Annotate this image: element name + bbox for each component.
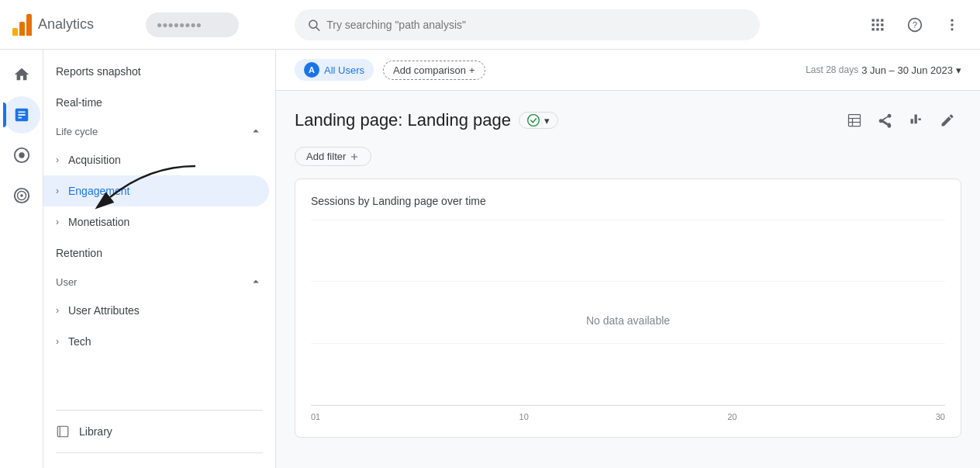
svg-rect-5: [872, 23, 875, 26]
compare-data-button[interactable]: [902, 106, 930, 134]
sidebar-user-attributes[interactable]: › User Attributes: [43, 295, 275, 326]
realtime-label: Real-time: [56, 96, 102, 109]
tech-chevron: ›: [56, 336, 59, 347]
rail-item-advertising[interactable]: [3, 177, 40, 214]
table-icon: [847, 113, 862, 128]
main-layout: Reports snapshot Real-time Life cycle › …: [0, 50, 980, 468]
sidebar-engagement[interactable]: › Engagement: [43, 175, 269, 206]
sidebar-retention[interactable]: Retention: [43, 237, 275, 269]
content-area: A All Users Add comparison + Last 28 day…: [276, 50, 980, 468]
tech-label: Tech: [68, 335, 91, 348]
rail-item-home[interactable]: [3, 56, 40, 93]
x-axis-label-3: 20: [727, 412, 737, 421]
rail-item-explore[interactable]: [3, 137, 40, 174]
svg-rect-3: [876, 19, 878, 21]
library-label: Library: [79, 425, 112, 438]
retention-label: Retention: [56, 247, 102, 259]
compare-icon: [909, 113, 924, 128]
add-comparison-button[interactable]: Add comparison +: [383, 61, 485, 80]
report-status-badge[interactable]: ▾: [519, 112, 558, 129]
more-button[interactable]: [937, 9, 968, 40]
svg-rect-10: [881, 28, 883, 30]
green-check-icon: [527, 114, 540, 127]
chart-line-4: [311, 404, 945, 405]
sidebar-monetisation[interactable]: › Monetisation: [43, 206, 275, 237]
logo-area: Analytics: [12, 14, 136, 36]
report-title-row: Landing page: Landing page ▾: [295, 106, 961, 134]
chart-line-1: [311, 220, 945, 220]
sidebar-tech[interactable]: › Tech: [43, 326, 275, 357]
svg-rect-24: [849, 115, 861, 127]
svg-rect-22: [57, 426, 68, 437]
svg-text:?: ?: [913, 19, 918, 29]
user-attributes-chevron: ›: [56, 305, 59, 316]
explore-icon: [13, 147, 30, 164]
logo-bar-2: [19, 22, 25, 36]
logo-bar-1: [12, 28, 18, 36]
date-range-label-text: Last 28 days: [806, 64, 858, 75]
x-axis-label-2: 10: [519, 412, 529, 421]
table-view-button[interactable]: [840, 106, 868, 134]
lifecycle-section-header[interactable]: Life cycle: [43, 118, 275, 144]
user-section-header[interactable]: User: [43, 269, 275, 295]
sidebar-acquisition[interactable]: › Acquisition: [43, 144, 275, 175]
acquisition-label: Acquisition: [68, 154, 121, 166]
sidebar-reports-snapshot[interactable]: Reports snapshot: [43, 56, 275, 87]
svg-rect-2: [872, 19, 875, 21]
badge-dropdown-icon: ▾: [544, 115, 550, 127]
report-actions: [840, 106, 961, 134]
x-axis-label-4: 30: [936, 412, 945, 421]
app-name: Analytics: [38, 16, 94, 33]
add-filter-icon: [349, 151, 360, 162]
topbar-actions: ?: [862, 9, 968, 40]
report-title-text: Landing page: Landing page: [295, 110, 511, 130]
edit-button[interactable]: [933, 106, 961, 134]
svg-rect-6: [876, 23, 878, 26]
share-button[interactable]: [871, 106, 899, 134]
svg-point-20: [20, 194, 23, 197]
chart-x-axis: 01 10 20 30: [311, 406, 945, 421]
advertising-icon: [13, 187, 30, 204]
account-pill[interactable]: ●●●●●●●●: [146, 12, 239, 37]
compare-plus-icon: +: [469, 64, 475, 76]
edit-icon: [940, 113, 955, 128]
user-section-collapse-icon: [249, 275, 263, 289]
add-filter-label: Add filter: [306, 151, 346, 162]
no-data-label: No data available: [586, 314, 670, 327]
icon-rail: [0, 50, 43, 468]
all-users-pill[interactable]: A All Users: [295, 59, 374, 81]
svg-point-23: [528, 115, 540, 127]
topbar: Analytics ●●●●●●●● ?: [0, 0, 980, 50]
all-users-label: All Users: [324, 64, 364, 76]
svg-line-1: [316, 27, 319, 30]
help-button[interactable]: ?: [899, 9, 930, 40]
sidebar-library[interactable]: Library: [43, 417, 275, 446]
rail-item-reports[interactable]: [3, 96, 40, 133]
add-filter-button[interactable]: Add filter: [295, 147, 371, 166]
user-avatar: A: [304, 62, 319, 78]
svg-point-17: [19, 152, 24, 158]
lifecycle-collapse-icon: [249, 124, 263, 138]
content-header: A All Users Add comparison + Last 28 day…: [276, 50, 980, 91]
grid-button[interactable]: [862, 9, 893, 40]
sidebar-realtime[interactable]: Real-time: [43, 87, 275, 118]
home-icon: [13, 66, 30, 83]
date-range-value: 3 Jun – 30 Jun 2023: [861, 64, 953, 76]
date-range[interactable]: Last 28 days 3 Jun – 30 Jun 2023 ▾: [806, 64, 961, 76]
lifecycle-label: Life cycle: [56, 126, 98, 137]
svg-point-14: [951, 23, 953, 26]
compare-label: Add comparison: [393, 64, 466, 76]
svg-rect-7: [881, 23, 883, 26]
chart-title: Sessions by Landing page over time: [311, 195, 945, 207]
chart-line-3: [311, 343, 945, 344]
user-section-label: User: [56, 276, 77, 288]
engagement-chevron: ›: [56, 185, 59, 196]
user-attributes-label: User Attributes: [68, 304, 140, 317]
date-range-chevron-icon: ▾: [956, 64, 961, 76]
search-bar[interactable]: [295, 9, 760, 40]
user-initial: A: [309, 65, 315, 75]
x-axis-label-1: 01: [311, 412, 320, 421]
svg-rect-4: [881, 19, 883, 21]
grid-icon: [870, 17, 885, 33]
search-input[interactable]: [326, 19, 747, 31]
